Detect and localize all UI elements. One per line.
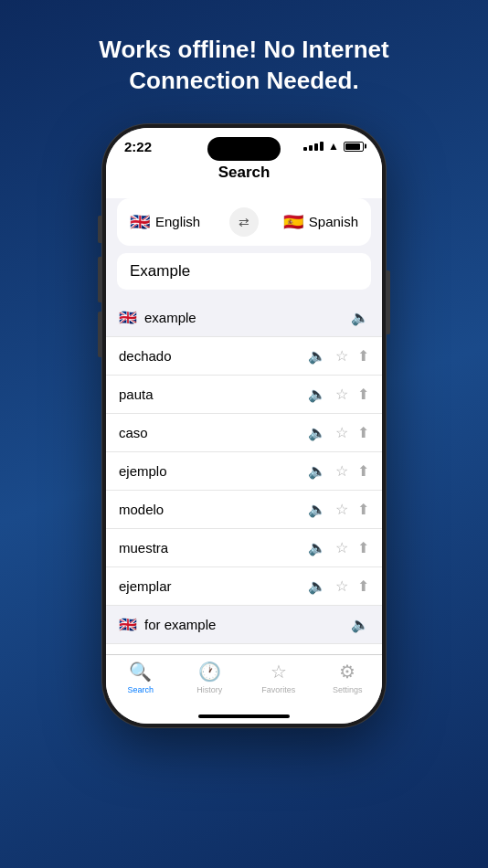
target-language-button[interactable]: 🇪🇸 Spanish (259, 212, 358, 232)
settings-tab-label: Settings (333, 685, 363, 694)
result-icons-7: 🔈 ☆ ⬆ (308, 577, 369, 595)
star-icon-7[interactable]: ☆ (335, 577, 348, 595)
result-text-0: example (144, 310, 351, 325)
speaker-icon-2[interactable]: 🔈 (308, 386, 326, 403)
favorites-tab-icon: ☆ (271, 661, 287, 683)
result-icons-1: 🔈 ☆ ⬆ (308, 347, 369, 365)
source-language-name: English (155, 214, 200, 229)
search-input[interactable]: Example (130, 262, 190, 280)
tab-settings[interactable]: ⚙ Settings (313, 661, 383, 694)
result-text-8: for example (144, 617, 351, 632)
source-flag: 🇬🇧 (130, 212, 150, 232)
signal-icon (303, 142, 324, 151)
swap-icon: ⇄ (239, 215, 249, 229)
favorites-tab-label: Favorites (261, 685, 295, 694)
result-icons-0: 🔈 (351, 309, 369, 326)
result-icons-8: 🔈 (351, 616, 369, 633)
speaker-icon-0[interactable]: 🔈 (351, 309, 369, 326)
speaker-icon-8[interactable]: 🔈 (351, 616, 369, 633)
result-text-4: ejemplo (119, 463, 308, 479)
phone-vol-down-btn (98, 312, 101, 357)
result-row-pauta[interactable]: pauta 🔈 ☆ ⬆ (106, 376, 382, 414)
star-icon-4[interactable]: ☆ (335, 462, 348, 480)
headline-line2: Connection Needed. (129, 67, 358, 94)
share-icon-1[interactable]: ⬆ (357, 347, 369, 365)
phone-vol-up-btn (98, 257, 101, 302)
star-icon-6[interactable]: ☆ (335, 539, 348, 556)
phone-screen: 2:22 ▲ Search 🇬🇧 E (106, 128, 382, 724)
headline-line1: Works offline! No Internet (99, 36, 388, 63)
spacer (106, 191, 382, 198)
speaker-icon-1[interactable]: 🔈 (308, 347, 326, 365)
star-icon-5[interactable]: ☆ (335, 501, 348, 518)
result-text-3: caso (119, 425, 308, 440)
target-flag: 🇪🇸 (283, 212, 303, 232)
history-tab-icon: 🕐 (198, 661, 221, 683)
result-text-2: pauta (119, 386, 308, 402)
wifi-icon: ▲ (328, 140, 339, 153)
phone-silent-btn (98, 216, 101, 243)
search-tab-label: Search (127, 685, 154, 694)
star-icon-1[interactable]: ☆ (335, 347, 348, 365)
result-flag-8: 🇬🇧 (119, 616, 137, 633)
source-language-button[interactable]: 🇬🇧 English (130, 212, 229, 232)
phone-power-btn (387, 270, 390, 334)
result-row-modelo[interactable]: modelo 🔈 ☆ ⬆ (106, 491, 382, 529)
share-icon-2[interactable]: ⬆ (357, 386, 369, 403)
result-header-for-example[interactable]: 🇬🇧 for example 🔈 (106, 606, 382, 644)
status-bar: 2:22 ▲ (106, 128, 382, 158)
tab-history[interactable]: 🕐 History (175, 661, 245, 694)
share-icon-3[interactable]: ⬆ (357, 424, 369, 441)
share-icon-6[interactable]: ⬆ (357, 539, 369, 556)
result-row-caso[interactable]: caso 🔈 ☆ ⬆ (106, 414, 382, 452)
target-language-name: Spanish (309, 214, 358, 229)
phone-frame: 2:22 ▲ Search 🇬🇧 E (102, 124, 386, 727)
result-row-ejemplo[interactable]: ejemplo 🔈 ☆ ⬆ (106, 452, 382, 491)
tab-favorites[interactable]: ☆ Favorites (244, 661, 313, 694)
search-input-container[interactable]: Example (117, 253, 371, 290)
nav-title: Search (106, 158, 382, 191)
search-tab-icon: 🔍 (129, 661, 152, 683)
history-tab-label: History (196, 685, 222, 694)
swap-languages-button[interactable]: ⇄ (229, 207, 259, 237)
result-row-muestra[interactable]: muestra 🔈 ☆ ⬆ (106, 529, 382, 567)
share-icon-4[interactable]: ⬆ (357, 462, 369, 480)
speaker-icon-5[interactable]: 🔈 (308, 501, 326, 518)
speaker-icon-3[interactable]: 🔈 (308, 424, 326, 441)
result-header-example[interactable]: 🇬🇧 example 🔈 (106, 299, 382, 337)
speaker-icon-6[interactable]: 🔈 (308, 539, 326, 556)
result-icons-4: 🔈 ☆ ⬆ (308, 462, 369, 480)
tab-search[interactable]: 🔍 Search (106, 661, 175, 694)
result-icons-6: 🔈 ☆ ⬆ (308, 539, 369, 556)
star-icon-2[interactable]: ☆ (335, 386, 348, 403)
result-icons-3: 🔈 ☆ ⬆ (308, 424, 369, 441)
home-bar (198, 715, 290, 718)
result-text-7: ejemplar (119, 578, 308, 594)
result-text-5: modelo (119, 502, 308, 517)
share-icon-7[interactable]: ⬆ (357, 577, 369, 595)
headline: Works offline! No Internet Connection Ne… (62, 35, 425, 97)
status-time: 2:22 (124, 139, 152, 154)
star-icon-3[interactable]: ☆ (335, 424, 348, 441)
share-icon-5[interactable]: ⬆ (357, 501, 369, 518)
speaker-icon-7[interactable]: 🔈 (308, 577, 326, 595)
result-icons-5: 🔈 ☆ ⬆ (308, 501, 369, 518)
result-text-1: dechado (119, 348, 308, 364)
results-list: 🇬🇧 example 🔈 dechado 🔈 ☆ ⬆ pauta (106, 299, 382, 654)
dynamic-island (207, 137, 281, 161)
result-flag-0: 🇬🇧 (119, 309, 137, 326)
battery-icon (344, 142, 364, 152)
settings-tab-icon: ⚙ (339, 661, 355, 683)
result-icons-2: 🔈 ☆ ⬆ (308, 386, 369, 403)
home-indicator (106, 709, 382, 724)
status-icons: ▲ (303, 140, 364, 153)
result-row-ejemplar[interactable]: ejemplar 🔈 ☆ ⬆ (106, 567, 382, 606)
tab-bar: 🔍 Search 🕐 History ☆ Favorites ⚙ Setting… (106, 654, 382, 709)
result-text-6: muestra (119, 540, 308, 556)
language-selector[interactable]: 🇬🇧 English ⇄ 🇪🇸 Spanish (117, 198, 371, 246)
result-row-dechado[interactable]: dechado 🔈 ☆ ⬆ (106, 337, 382, 376)
speaker-icon-4[interactable]: 🔈 (308, 462, 326, 480)
